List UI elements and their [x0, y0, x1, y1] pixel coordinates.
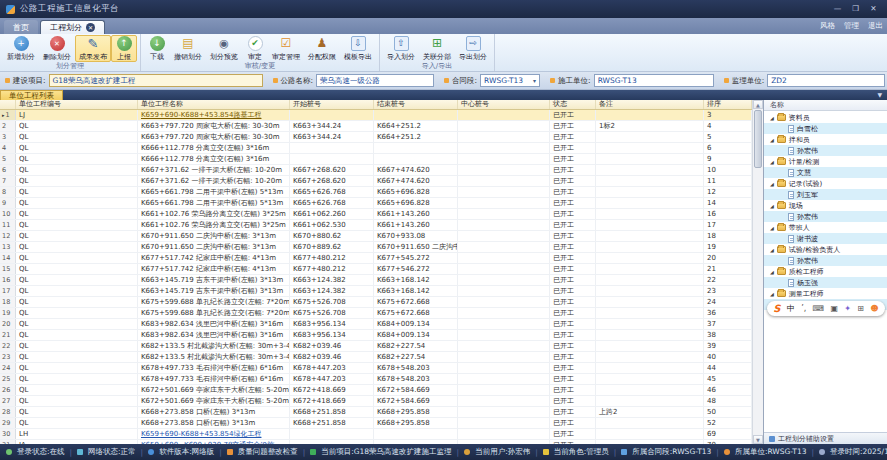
tree-expand-icon[interactable]: ◢: [770, 291, 774, 297]
vertical-scrollbar[interactable]: ▲ ▼: [752, 100, 763, 444]
skin-icon[interactable]: ✦: [844, 301, 851, 316]
tree-header[interactable]: 名称: [764, 100, 887, 111]
tree-node-person[interactable]: 谢书波: [764, 233, 887, 244]
table-row[interactable]: ▸1LJK659+690-K688+453.854路基工程已开工3: [0, 110, 752, 121]
tree-node-person[interactable]: 文慧: [764, 167, 887, 178]
keyboard-icon[interactable]: ⌨: [813, 301, 825, 316]
table-row[interactable]: 16QLK663+145.719 吉东干渠中桥(左幅) 3*13mK663+12…: [0, 275, 752, 286]
field-value-3[interactable]: RWSG-T13: [594, 74, 714, 87]
unit-project-name-link[interactable]: K659+690~K690+020.78交通安全设施: [141, 440, 274, 444]
field-value-1[interactable]: 荣乌高速一级公路: [316, 74, 434, 87]
ribbon-button[interactable]: 成果发布: [75, 35, 111, 62]
tree-expand-icon[interactable]: ◢: [770, 247, 774, 253]
tree-expand-icon[interactable]: ◢: [770, 159, 774, 165]
table-row[interactable]: 28QLK668+273.858 口桥(左幅) 3*13mK668+251.85…: [0, 407, 752, 418]
scroll-up-icon[interactable]: ▲: [753, 100, 763, 109]
unit-project-list-tab[interactable]: 单位工程列表: [0, 90, 63, 100]
table-row[interactable]: 5QLK666+112.778 分离立交(右幅) 3*16m已开工9: [0, 154, 752, 165]
clipboard-icon[interactable]: ▣: [830, 301, 838, 316]
dropdown-caret-icon[interactable]: ▾: [533, 75, 536, 86]
table-row[interactable]: 25QLK678+497.733 毛石排河中桥(右幅) 6*16mK678+44…: [0, 374, 752, 385]
table-row[interactable]: 29QLK668+273.858 口桥(右幅) 3*13mK668+251.85…: [0, 418, 752, 429]
top-link-2[interactable]: 退出: [868, 21, 883, 31]
column-header[interactable]: 开始桩号: [290, 100, 374, 109]
ribbon-button[interactable]: 模板导出: [340, 35, 376, 62]
minimize-button[interactable]: —: [830, 3, 845, 15]
table-row[interactable]: 31JAK659+690~K690+020.78交通安全设施已开工70: [0, 440, 752, 444]
column-header[interactable]: 中心桩号: [458, 100, 550, 109]
ribbon-button[interactable]: 分配权限: [304, 35, 340, 62]
table-row[interactable]: 14QLK677+517.742 纪家庄中桥(左幅: 4*13mK677+480…: [0, 253, 752, 264]
ribbon-button[interactable]: 导出划分: [455, 35, 491, 62]
ribbon-button[interactable]: 审定管理: [268, 35, 304, 62]
table-row[interactable]: 18QLK675+599.688 单孔纪长路立交(左幅: 7*20mK675+5…: [0, 297, 752, 308]
ribbon-button[interactable]: 关联分部: [419, 35, 455, 62]
tree-node-person[interactable]: 孙宏伟: [764, 145, 887, 156]
tree-node-role[interactable]: ◢资料员: [764, 112, 887, 123]
table-row[interactable]: 8QLK665+661.798 二用干渠中桥(左幅) 5*13mK665+626…: [0, 187, 752, 198]
ribbon-button[interactable]: 新增划分: [3, 35, 39, 62]
table-row[interactable]: 27QLK672+501.669 亭家庄东干大桥(右幅: 5-20mK672+4…: [0, 396, 752, 407]
tree-node-role[interactable]: ◢带班人: [764, 222, 887, 233]
column-header[interactable]: 备注: [596, 100, 704, 109]
close-button[interactable]: ✕: [866, 3, 881, 15]
table-row[interactable]: 6QLK667+371.62 一排干渠大桥(左幅: 10-20mK667+268…: [0, 165, 752, 176]
punctuation-icon[interactable]: ’,: [801, 301, 806, 316]
tree-expand-icon[interactable]: ◢: [770, 225, 774, 231]
field-value-2[interactable]: RWSG-T13▾: [480, 74, 540, 87]
ribbon-button[interactable]: 下载: [144, 35, 170, 62]
sogou-logo-icon[interactable]: S: [773, 301, 780, 316]
tree-expand-icon[interactable]: ◢: [770, 137, 774, 143]
scroll-thumb[interactable]: [754, 110, 762, 168]
table-row[interactable]: 19QLK675+599.688 单孔纪长路立交(右幅: 7*20mK675+5…: [0, 308, 752, 319]
table-row[interactable]: 24QLK678+497.733 毛石排河中桥(左幅) 6*16mK678+44…: [0, 363, 752, 374]
tree-node-role[interactable]: ◢计量/检测: [764, 156, 887, 167]
top-link-0[interactable]: 风格: [820, 21, 835, 31]
tree-expand-icon[interactable]: ◢: [770, 203, 774, 209]
tree-node-role[interactable]: ◢记录(试验): [764, 178, 887, 189]
tree-node-role[interactable]: ◢质检工程师: [764, 266, 887, 277]
ribbon-button[interactable]: 审定: [242, 35, 268, 62]
table-row[interactable]: 4QLK666+112.778 分离立交(左幅) 3*16m已开工6: [0, 143, 752, 154]
tab-project-division[interactable]: 工程划分✕: [40, 20, 105, 34]
emoji-icon[interactable]: ☻: [870, 301, 878, 316]
table-row[interactable]: 17QLK663+145.719 吉东干渠中桥(右幅) 3*13mK663+12…: [0, 286, 752, 297]
ime-toolbar[interactable]: S中’,⌨▣✦⊞☻: [767, 301, 885, 316]
tree-node-person[interactable]: 白雪松: [764, 123, 887, 134]
unit-project-name-link[interactable]: K659+690-K688+453.854路基工程: [141, 110, 261, 120]
tree-node-person[interactable]: 孙宏伟: [764, 211, 887, 222]
table-row[interactable]: 21QLK683+982.634 浅里巴河中桥(右幅) 3*16mK683+95…: [0, 330, 752, 341]
table-row[interactable]: 7QLK667+371.62 一排干渠大桥(右幅: 10-20mK667+268…: [0, 176, 752, 187]
top-link-1[interactable]: 管理: [844, 21, 859, 31]
table-row[interactable]: 23QLK682+133.5 村北截渗沟大桥(右幅: 30m+3-40m+…K6…: [0, 352, 752, 363]
table-row[interactable]: 30LHK659+690-K688+453.854绿化工程已开工69: [0, 429, 752, 440]
input-mode-chinese-icon[interactable]: 中: [787, 301, 795, 316]
toolbox-icon[interactable]: ⊞: [857, 301, 864, 316]
ribbon-button[interactable]: 删除划分: [39, 35, 75, 62]
ribbon-button[interactable]: 撤销划分: [170, 35, 206, 62]
tree-expand-icon[interactable]: ◢: [770, 269, 774, 275]
column-header[interactable]: 排序: [704, 100, 752, 109]
table-row[interactable]: 26QLK672+501.669 亭家庄东干大桥(左幅: 5-20mK672+4…: [0, 385, 752, 396]
table-row[interactable]: 11QLK661+102.76 荣乌路分离立交(右幅) 3*25mK661+06…: [0, 220, 752, 231]
table-row[interactable]: 2QLK663+797.720 周家屯大桥(左幅: 30-30mK663+344…: [0, 121, 752, 132]
column-header[interactable]: 单位工程编号: [16, 100, 138, 109]
column-header[interactable]: 单位工程名称: [138, 100, 290, 109]
scroll-down-icon[interactable]: ▼: [753, 435, 763, 444]
tree-node-role[interactable]: ◢现场: [764, 200, 887, 211]
tree-node-person[interactable]: 孙宏伟: [764, 255, 887, 266]
field-value-0[interactable]: G18荣乌高速改扩建工程: [49, 74, 263, 87]
tree-node-role[interactable]: ◢拌和员: [764, 134, 887, 145]
tree-node-role[interactable]: ◢试验/检验负责人: [764, 244, 887, 255]
table-row[interactable]: 12QLK670+911.650 二庆沟中桥(左幅: 3*13mK670+880…: [0, 231, 752, 242]
table-row[interactable]: 10QLK661+102.76 荣乌路分离立交(左幅) 3*25mK661+06…: [0, 209, 752, 220]
field-value-4[interactable]: ZD2: [767, 74, 885, 87]
tab-home[interactable]: 首页: [4, 20, 38, 34]
tree-expand-icon[interactable]: ◢: [770, 115, 774, 121]
tree-footer[interactable]: 工程划分辅助设置: [764, 432, 887, 444]
unit-project-name-link[interactable]: K659+690-K688+453.854绿化工程: [141, 429, 261, 439]
column-header[interactable]: 状态: [550, 100, 596, 109]
maximize-button[interactable]: ❐: [848, 3, 863, 15]
table-row[interactable]: 9QLK665+661.798 二用干渠中桥(右幅) 5*13mK665+626…: [0, 198, 752, 209]
tree-node-person[interactable]: 杨玉强: [764, 277, 887, 288]
